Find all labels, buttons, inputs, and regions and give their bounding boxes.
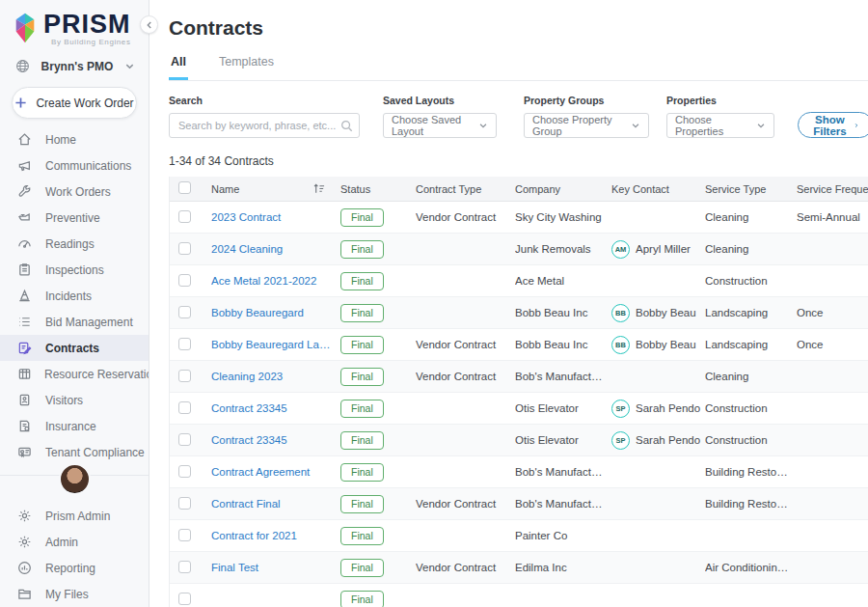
contract-name-link[interactable]: Final Test [211, 562, 340, 573]
sort-ascending-icon[interactable] [312, 182, 325, 195]
row-checkbox[interactable] [178, 306, 191, 318]
plus-icon [14, 97, 27, 109]
sidebar-item-visitors[interactable]: Visitors [0, 387, 149, 413]
table-header-row: Name Status Contract Type Company Key Co… [170, 177, 868, 202]
sidebar-item-inspections[interactable]: Inspections [0, 257, 149, 283]
contract-name-link[interactable]: Contract Final [211, 498, 340, 510]
properties-select[interactable]: Choose Properties [666, 113, 774, 138]
insurance-doc-icon [17, 419, 33, 434]
create-work-order-button[interactable]: Create Work Order [12, 87, 137, 119]
service-type-cell: Construction [705, 402, 797, 414]
contract-name-link[interactable]: Ace Metal 2021-2022 [211, 275, 340, 287]
properties-group: Properties Choose Properties [666, 95, 774, 138]
sidebar-collapse-button[interactable] [140, 15, 158, 34]
sidebar-item-my-files[interactable]: My Files [0, 581, 149, 607]
company-cell: Sky City Washing [515, 211, 611, 223]
contract-name-link[interactable]: Bobby Beauregard Landscaping ... [211, 339, 340, 350]
sidebar-item-home[interactable]: Home [0, 126, 149, 152]
table-body: 2023 Contract Final Vendor Contract Sky … [170, 202, 868, 607]
contracts-table: Name Status Contract Type Company Key Co… [169, 177, 868, 607]
contract-name-link[interactable]: Bobby Beauregard [211, 307, 340, 318]
row-checkbox[interactable] [178, 561, 191, 573]
column-header-status[interactable]: Status [340, 183, 416, 195]
table-row: Contract Agreement Final Bob's Manufactu… [170, 456, 868, 488]
sidebar-item-contracts[interactable]: Contracts [0, 335, 149, 361]
service-frequency-cell: Once [797, 339, 868, 350]
org-selector[interactable]: Brynn's PMO [0, 46, 149, 73]
key-contact-cell: SPSarah Pendo [611, 400, 705, 418]
select-all-checkbox[interactable] [178, 181, 191, 194]
sidebar-item-insurance[interactable]: Insurance [0, 413, 149, 439]
page-title: Contracts [169, 16, 868, 40]
filter-bar: Search Saved Layouts Choose Saved Layout… [169, 95, 849, 138]
contract-type-cell: Vendor Contract [416, 339, 515, 350]
row-checkbox[interactable] [178, 433, 191, 446]
status-badge: Final [340, 463, 384, 482]
globe-icon [15, 59, 30, 73]
contract-name-link[interactable]: Contract 23345 [211, 434, 340, 446]
tab-templates[interactable]: Templates [217, 55, 276, 80]
sidebar-item-tenant-compliance[interactable]: Tenant Compliance [0, 439, 149, 465]
properties-label: Properties [666, 95, 774, 106]
contract-type-cell: Vendor Contract [416, 211, 515, 223]
sidebar-item-admin[interactable]: Admin [0, 529, 149, 555]
column-header-service-frequency[interactable]: Service Frequency [797, 183, 868, 195]
company-cell: Bobb Beau Inc [515, 339, 611, 350]
row-checkbox[interactable] [178, 497, 191, 510]
contact-initials-avatar: SP [611, 431, 630, 450]
sidebar-item-preventive[interactable]: Preventive [0, 205, 149, 231]
row-checkbox[interactable] [178, 370, 191, 382]
key-contact-cell: AMApryl Miller [611, 240, 705, 259]
table-row: Bobby Beauregard Landscaping ... Final V… [170, 329, 868, 361]
row-checkbox[interactable] [178, 338, 191, 350]
show-filters-button[interactable]: Show Filters [798, 112, 868, 138]
contract-name-link[interactable]: Cleaning 2023 [211, 371, 340, 382]
contact-initials-avatar: AM [611, 240, 630, 259]
row-checkbox[interactable] [178, 401, 191, 414]
contract-name-link[interactable]: 2024 Cleaning [211, 243, 340, 255]
property-groups-label: Property Groups [524, 95, 649, 106]
sidebar-nav: Home Communications Work Orders Preventi… [0, 126, 149, 465]
service-type-cell: Landscaping [705, 339, 797, 350]
column-header-contract-type[interactable]: Contract Type [416, 183, 515, 195]
contract-name-link[interactable]: Contract for 2021 [211, 530, 340, 541]
column-header-key-contact[interactable]: Key Contact [611, 183, 705, 195]
oil-can-icon [17, 210, 33, 226]
sidebar-item-bid-management[interactable]: Bid Management [0, 309, 149, 335]
sidebar-item-readings[interactable]: Readings [0, 231, 149, 257]
row-checkbox[interactable] [178, 274, 191, 287]
column-header-name[interactable]: Name [211, 183, 239, 195]
sidebar-item-communications[interactable]: Communications [0, 152, 149, 179]
table-row: Contract 23345 Final Otis Elevator SPSar… [170, 393, 868, 425]
status-badge: Final [340, 208, 384, 227]
sidebar-item-resource-reservations[interactable]: Resource Reservations [0, 361, 149, 387]
contract-name-link[interactable]: Contract Agreement [211, 466, 340, 478]
status-badge: Final [340, 559, 384, 577]
home-icon [17, 132, 33, 148]
service-frequency-cell: Semi-Annual [797, 211, 868, 223]
sidebar-item-incidents[interactable]: Incidents [0, 283, 149, 309]
contract-name-link[interactable]: 2023 Contract [211, 211, 340, 223]
id-badge-icon [17, 393, 33, 408]
property-groups-select[interactable]: Choose Property Group [524, 113, 649, 138]
row-checkbox[interactable] [178, 242, 191, 255]
chevron-right-icon [854, 121, 859, 130]
column-header-service-type[interactable]: Service Type [705, 183, 797, 195]
contract-type-cell: Vendor Contract [416, 498, 515, 510]
column-header-company[interactable]: Company [515, 183, 611, 195]
search-input[interactable] [169, 113, 360, 138]
status-badge: Final [340, 272, 384, 290]
row-checkbox[interactable] [178, 465, 191, 478]
row-checkbox[interactable] [178, 529, 191, 541]
contract-name-link[interactable]: Contract 23345 [211, 402, 340, 414]
row-checkbox[interactable] [178, 210, 191, 223]
sidebar-item-prism-admin[interactable]: Prism Admin [0, 503, 149, 529]
tab-all[interactable]: All [169, 55, 188, 80]
app-logo[interactable]: PRISM By Building Engines [0, 0, 149, 46]
user-avatar[interactable] [59, 463, 91, 495]
row-checkbox[interactable] [178, 593, 191, 605]
saved-layouts-select[interactable]: Choose Saved Layout [383, 113, 497, 138]
sidebar-item-reporting[interactable]: Reporting [0, 555, 149, 581]
sidebar-item-work-orders[interactable]: Work Orders [0, 179, 149, 205]
search-filter-group: Search [169, 95, 360, 138]
